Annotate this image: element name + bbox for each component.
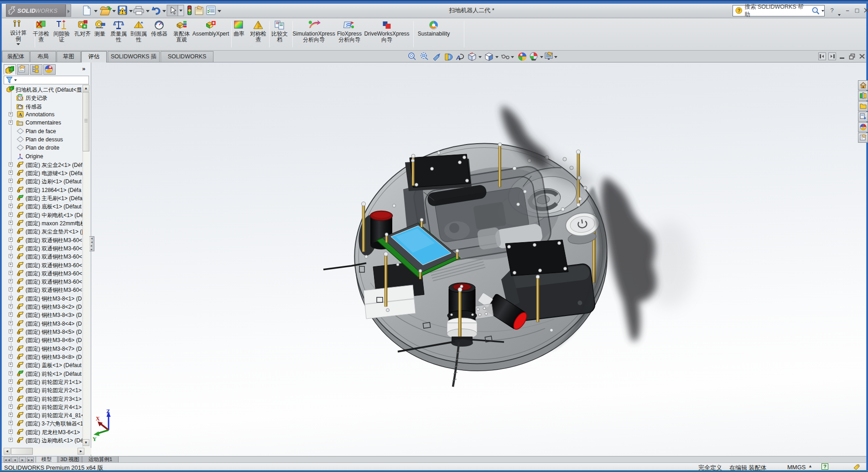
- svg-text:Y: Y: [93, 436, 97, 442]
- svg-text:SOLID: SOLID: [17, 8, 36, 14]
- svg-text:Z: Z: [106, 408, 110, 415]
- svg-text:WORKS: WORKS: [35, 8, 57, 14]
- svg-text:X: X: [96, 415, 100, 422]
- svg-text:?: ?: [738, 8, 741, 13]
